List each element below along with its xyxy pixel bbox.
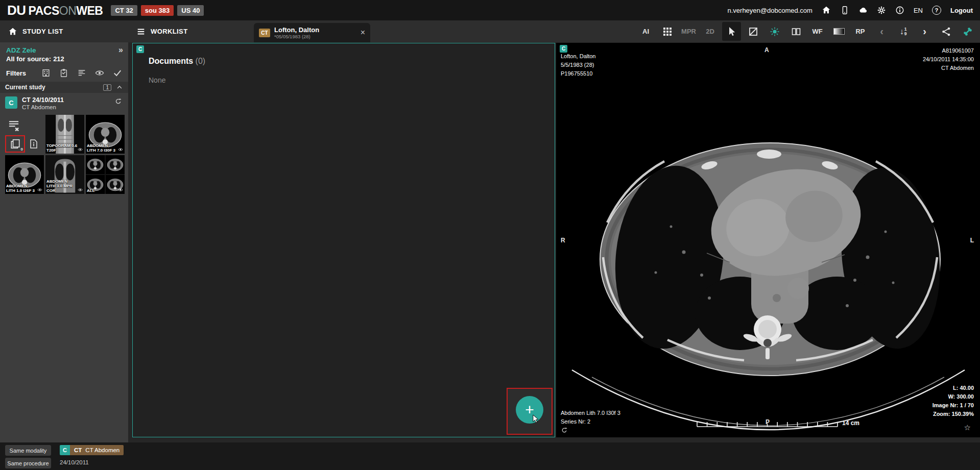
logo-pacs: PACS	[29, 4, 59, 18]
report-series-icon[interactable]	[7, 119, 21, 132]
brightness-button[interactable]	[765, 22, 784, 41]
dose-info-tile[interactable]	[29, 136, 39, 152]
share-button[interactable]	[937, 22, 955, 41]
tab-study-list[interactable]: STUDY LIST	[0, 20, 128, 42]
study-modality-date: CT 24/10/2011	[22, 96, 64, 104]
series-thumbnail-abdomen-1[interactable]: ABDOMEN LITH 1.0 I26F 3	[5, 155, 44, 194]
current-study-label: Current study	[5, 84, 45, 91]
series-label: TOPOGRAM 0.6 T20F	[46, 143, 78, 153]
window-level-icon	[748, 27, 758, 37]
documents-series-tile[interactable]: 0	[5, 135, 25, 153]
orientation-posterior: P	[766, 418, 770, 426]
series-label: ALL	[87, 188, 118, 193]
add-document-highlight: +	[507, 388, 553, 435]
image-viewport[interactable]: C Lofton, Dalton 5/5/1983 (28) P19675551…	[556, 43, 980, 437]
grayscale-button[interactable]	[829, 22, 848, 41]
mobile-icon[interactable]	[840, 6, 849, 15]
language-selector[interactable]: EN	[914, 7, 923, 14]
sort-button[interactable]: ↓ 19	[894, 22, 913, 41]
modality-badge: CT	[259, 29, 270, 37]
cloud-icon[interactable]	[858, 6, 868, 15]
series-thumbnail-all[interactable]: ALL	[86, 155, 125, 194]
current-study-header[interactable]: Current study 1	[0, 82, 128, 93]
series-info-overlay: Abdomen Lith 7.0 I30f 3 Series Nr: 2	[561, 409, 620, 426]
series-thumbnail-mpr-cor[interactable]: ABDOMEN LITH 3.0 MPR COR	[45, 155, 84, 194]
institution-filter-icon[interactable]	[41, 68, 51, 78]
viewport-group-badge: C	[560, 45, 567, 53]
rp-button[interactable]: RP	[851, 22, 870, 41]
sort-digit-bottom: 9	[904, 32, 907, 36]
refresh-icon[interactable]	[114, 97, 122, 105]
source-name: ADZ Zele	[6, 46, 122, 54]
document-pages-icon	[10, 138, 21, 150]
layout-grid-button[interactable]	[658, 22, 677, 41]
source-header: ADZ Zele All for source:212 »	[0, 42, 128, 66]
tab-worklist[interactable]: WORKLIST	[128, 20, 196, 42]
share-icon	[941, 27, 951, 37]
study-list-item[interactable]: C CT 24/10/2011 CT Abdomen	[0, 93, 128, 113]
grid-icon	[662, 27, 673, 37]
series-number: Series Nr: 2	[561, 417, 620, 426]
expand-sidebar-icon[interactable]: »	[118, 45, 123, 55]
next-button[interactable]: ›	[915, 22, 934, 41]
eye-icon[interactable]	[117, 187, 124, 192]
accession-number: A819061007	[923, 46, 974, 55]
tab-patient[interactable]: CT Lofton, Dalton *05/05/1983 (28) ×	[254, 23, 370, 42]
tab-row: STUDY LIST WORKLIST CT Lofton, Dalton *0…	[0, 20, 980, 42]
settings-gear-icon[interactable]	[877, 6, 886, 15]
documents-title: Documents	[149, 57, 193, 65]
check-filter-icon[interactable]	[113, 68, 122, 78]
loop-icon[interactable]	[561, 427, 568, 434]
list-filter-icon[interactable]	[77, 68, 86, 78]
same-procedure-button[interactable]: Same procedure	[5, 458, 51, 468]
series-label: ABDOMEN LITH 3.0 MPR COR	[46, 179, 78, 193]
help-icon[interactable]: ?	[932, 6, 941, 15]
scale-label: 14 cm	[842, 419, 859, 427]
badge-sou-count[interactable]: sou 383	[141, 5, 174, 16]
wf-button[interactable]: WF	[808, 22, 827, 41]
series-thumbnail-grid: 0 TOPOGRAM 0.6 T20F ABDOMEN LITH 7.0 I30…	[0, 113, 128, 194]
eye-icon[interactable]	[77, 187, 83, 192]
study-info-overlay: A819061007 24/10/2011 14:35:00 CT Abdome…	[923, 46, 974, 72]
same-modality-button[interactable]: Same modality	[5, 445, 51, 456]
study-text: CT 24/10/2011 CT Abdomen	[22, 96, 64, 110]
bone-tool-button[interactable]	[958, 22, 977, 41]
sun-icon	[770, 27, 780, 37]
chevron-up-icon[interactable]	[116, 84, 123, 91]
top-right-cluster: n.verheyen@dobcomed.com EN ? Logout	[727, 6, 973, 15]
sort-digits: 19	[904, 27, 907, 36]
home-icon[interactable]	[822, 6, 831, 15]
badge-us-count[interactable]: US 40	[177, 5, 204, 16]
bone-icon	[963, 27, 973, 37]
eye-icon[interactable]	[77, 147, 83, 152]
window-level-button[interactable]	[744, 22, 762, 41]
viewport-group-badge: C	[136, 45, 144, 53]
documents-empty-text: None	[149, 76, 165, 84]
ct-axial-image[interactable]	[556, 43, 980, 437]
mpr-button[interactable]: MPR	[679, 22, 698, 41]
procedure-filter-icon[interactable]	[59, 68, 68, 78]
split-view-button[interactable]	[786, 22, 805, 41]
series-thumbnail-topogram[interactable]: TOPOGRAM 0.6 T20F	[45, 115, 84, 154]
ai-button[interactable]: AI	[636, 22, 655, 41]
previous-button[interactable]: ‹	[872, 22, 891, 41]
documents-viewport[interactable]: C Documents (0) None +	[132, 43, 555, 437]
patient-id: P196755510	[561, 69, 596, 78]
series-thumbnail-abdomen-7[interactable]: ABDOMEN LITH 7.0 I30F 3	[86, 115, 125, 154]
favorite-star-icon[interactable]: ☆	[964, 423, 971, 432]
eye-filter-icon[interactable]	[95, 68, 104, 78]
pointer-tool-button[interactable]	[722, 22, 741, 41]
related-study-chip[interactable]: C CT CT Abdomen	[60, 445, 124, 455]
2d-button[interactable]: 2D	[701, 22, 720, 41]
user-email: n.verheyen@dobcomed.com	[727, 7, 812, 14]
close-icon[interactable]: ×	[361, 29, 365, 37]
study-chip-label: CT Abdomen	[85, 447, 119, 453]
eye-icon[interactable]	[117, 147, 124, 152]
logout-button[interactable]: Logout	[950, 7, 973, 14]
pointer-icon	[727, 27, 737, 37]
eye-icon[interactable]	[37, 187, 43, 192]
series-label: ABDOMEN LITH 1.0 I26F 3	[6, 184, 37, 193]
badge-ct-count[interactable]: CT 32	[111, 5, 137, 16]
sort-numeric-icon: ↓ 19	[900, 27, 907, 36]
info-icon[interactable]	[895, 6, 904, 15]
